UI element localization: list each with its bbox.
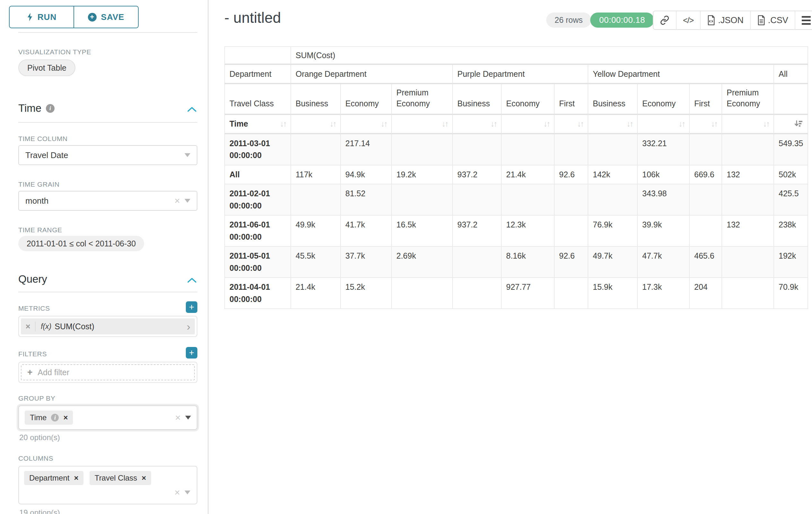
columns-tag[interactable]: Travel Class × xyxy=(90,471,151,485)
pivot-cell xyxy=(291,134,341,165)
sort-icon: ↓↑ xyxy=(280,119,286,129)
chevron-down-icon xyxy=(184,491,190,494)
pivot-sort-column[interactable]: ↓↑ xyxy=(341,115,392,134)
query-section-collapse-icon[interactable] xyxy=(186,277,198,284)
more-options-button[interactable] xyxy=(795,11,812,29)
remove-metric-icon[interactable]: × xyxy=(21,322,36,331)
pivot-travel-class-header: Premium Economy xyxy=(392,84,453,115)
json-file-icon xyxy=(707,15,716,25)
pivot-travel-class-header: Premium Economy xyxy=(722,84,774,115)
time-section-collapse-icon[interactable] xyxy=(186,106,198,113)
visualization-type-value: Pivot Table xyxy=(27,63,66,73)
export-json-button[interactable]: .JSON xyxy=(700,11,750,29)
clear-icon[interactable]: × xyxy=(174,196,180,206)
menu-icon xyxy=(802,16,811,25)
add-filter-dropzone[interactable]: + Add filter xyxy=(21,364,195,380)
columns-select[interactable]: Department × Travel Class × × xyxy=(18,466,197,504)
pivot-cell xyxy=(555,184,588,216)
code-icon: </> xyxy=(683,16,694,25)
time-section-title-text: Time xyxy=(18,102,41,114)
pivot-sort-time[interactable]: Time↓↑ xyxy=(224,115,291,134)
pivot-cell: 70.9k xyxy=(774,278,808,309)
pivot-thead: SUM(Cost)DepartmentOrange DepartmentPurp… xyxy=(224,46,808,134)
panel-divider[interactable] xyxy=(208,0,209,514)
pivot-travel-class-header: Business xyxy=(453,84,502,115)
chart-title[interactable]: - untitled xyxy=(224,9,281,26)
group-by-select[interactable]: Time i × × xyxy=(18,405,197,430)
csv-file-icon xyxy=(757,15,765,25)
clear-icon[interactable]: × xyxy=(174,488,180,497)
pivot-cell xyxy=(690,184,722,216)
function-icon: f(x) xyxy=(41,322,51,331)
time-column-select[interactable]: Travel Date xyxy=(18,145,197,165)
embed-code-button[interactable]: </> xyxy=(676,11,700,29)
save-button[interactable]: + SAVE xyxy=(74,6,138,28)
run-button[interactable]: RUN xyxy=(10,6,74,28)
chevron-right-icon[interactable]: › xyxy=(187,321,190,332)
section-divider xyxy=(18,122,197,123)
remove-tag-icon[interactable]: × xyxy=(74,474,78,483)
pivot-cell: 937.2 xyxy=(453,165,502,185)
group-by-tag[interactable]: Time i × xyxy=(25,410,73,425)
pivot-sort-column[interactable]: ↓↑ xyxy=(588,115,638,134)
time-range-pill[interactable]: 2011-01-01 ≤ col < 2011-06-30 xyxy=(18,236,144,251)
pivot-sort-column[interactable] xyxy=(774,115,808,134)
pivot-sort-column[interactable]: ↓↑ xyxy=(392,115,453,134)
sort-icon: ↓↑ xyxy=(381,119,387,129)
sort-icon: ↓↑ xyxy=(329,119,336,129)
sort-desc-icon xyxy=(793,120,803,128)
pivot-travel-class-header: Business xyxy=(291,84,341,115)
pivot-cell xyxy=(453,184,502,216)
time-grain-select[interactable]: month × xyxy=(18,191,197,211)
remove-tag-icon[interactable]: × xyxy=(142,474,146,483)
pivot-data-row: 2011-02-01 00:00:0081.52343.98425.5 xyxy=(224,184,808,216)
clear-icon[interactable]: × xyxy=(175,413,181,423)
visualization-type-label: VISUALIZATION TYPE xyxy=(18,48,91,56)
pivot-cell xyxy=(722,278,774,309)
pivot-sort-column[interactable]: ↓↑ xyxy=(555,115,588,134)
pivot-cell: 45.5k xyxy=(291,247,341,278)
pivot-sort-column[interactable]: ↓↑ xyxy=(453,115,502,134)
pivot-sort-column[interactable]: ↓↑ xyxy=(722,115,774,134)
pivot-cell xyxy=(392,184,453,216)
pivot-cell: 549.35 xyxy=(774,134,808,165)
pivot-sort-column[interactable]: ↓↑ xyxy=(291,115,341,134)
pivot-cell: 49.7k xyxy=(588,247,638,278)
pivot-sort-column[interactable]: ↓↑ xyxy=(502,115,555,134)
pivot-cell: 192k xyxy=(774,247,808,278)
metric-pill[interactable]: × f(x) SUM(Cost) › xyxy=(21,318,195,334)
pivot-cell: 47.7k xyxy=(638,247,690,278)
pivot-cell: 92.6 xyxy=(555,165,588,185)
filters-container: + Add filter xyxy=(18,362,197,383)
section-divider xyxy=(18,32,197,33)
pivot-travel-class-header: First xyxy=(690,84,722,115)
pivot-sort-column[interactable]: ↓↑ xyxy=(638,115,690,134)
time-grain-label: TIME GRAIN xyxy=(18,181,60,188)
pivot-cell xyxy=(392,278,453,309)
pivot-cell: 502k xyxy=(774,165,808,185)
pivot-cell xyxy=(555,278,588,309)
info-icon: i xyxy=(46,104,55,113)
remove-tag-icon[interactable]: × xyxy=(63,413,68,422)
save-button-label: SAVE xyxy=(101,12,124,22)
row-count-text: 26 rows xyxy=(555,16,583,25)
export-csv-button[interactable]: .CSV xyxy=(750,11,795,29)
pivot-cell: 19.2k xyxy=(392,165,453,185)
query-timer-text: 00:00:00.18 xyxy=(599,15,645,25)
pivot-cell: 15.9k xyxy=(588,278,638,309)
visualization-type-pill[interactable]: Pivot Table xyxy=(18,59,76,76)
sort-icon: ↓↑ xyxy=(627,119,633,129)
sort-icon: ↓↑ xyxy=(711,119,717,129)
pivot-cell: 927.77 xyxy=(502,278,555,309)
query-section-title: Query xyxy=(18,273,47,285)
pivot-data-row: 2011-05-01 00:00:0045.5k37.7k2.69k8.16k9… xyxy=(224,247,808,278)
pivot-cell xyxy=(690,216,722,247)
add-filter-plus-button[interactable]: + xyxy=(186,347,197,358)
add-metric-button[interactable]: + xyxy=(186,301,197,313)
pivot-sort-column[interactable]: ↓↑ xyxy=(690,115,722,134)
columns-tag[interactable]: Department × xyxy=(24,471,83,485)
export-json-label: .JSON xyxy=(718,16,744,25)
copy-link-button[interactable] xyxy=(654,11,676,29)
pivot-cell: 204 xyxy=(690,278,722,309)
chart-actions-group: </> .JSON .CSV xyxy=(653,10,812,30)
